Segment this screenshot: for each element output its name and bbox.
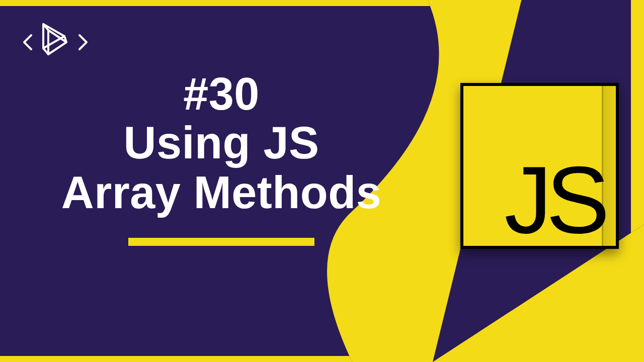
js-logo-letters: JS — [504, 157, 604, 243]
thumbnail-stage: #30 Using JS Array Methods JS — [0, 0, 644, 362]
title-number: #30 — [40, 70, 403, 118]
js-logo-edge — [602, 86, 616, 246]
title-line-1: Using JS — [40, 118, 403, 168]
title-line-2: Array Methods — [40, 168, 403, 218]
svg-marker-1 — [48, 30, 66, 54]
brand-logo-icon — [20, 14, 91, 64]
title-underline — [128, 238, 314, 246]
title-block: #30 Using JS Array Methods — [40, 70, 403, 246]
js-logo-badge: JS — [460, 83, 619, 249]
